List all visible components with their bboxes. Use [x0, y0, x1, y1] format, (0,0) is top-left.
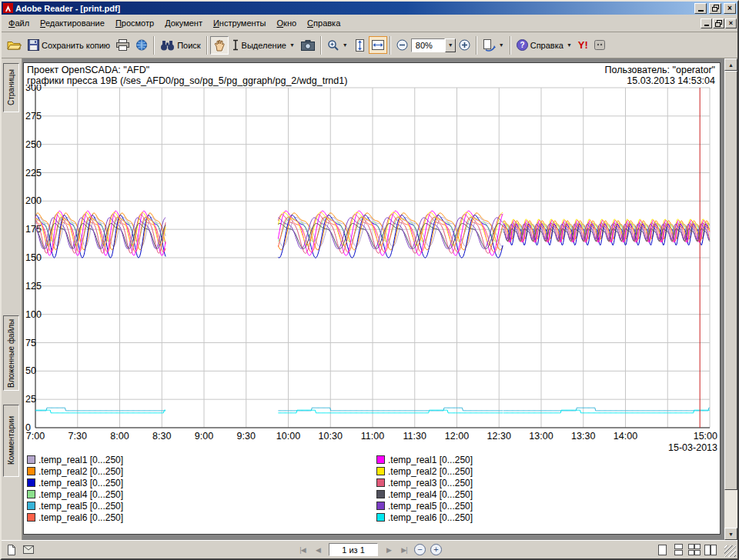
- legend-swatch: [27, 478, 35, 487]
- yahoo-button[interactable]: Y!: [575, 36, 591, 54]
- help-button[interactable]: ? Справка ▼: [513, 36, 575, 54]
- continuous-facing-icon: [688, 544, 701, 555]
- scrollbar-track[interactable]: [724, 71, 737, 528]
- svg-text:8:00: 8:00: [110, 431, 129, 442]
- legend-swatch: [27, 467, 35, 475]
- legend-swatch: [376, 455, 385, 464]
- svg-text:150: 150: [25, 252, 42, 263]
- legend-item: .temp_real3 [0...250]: [27, 477, 123, 488]
- last-page-button[interactable]: ▶|: [396, 543, 412, 556]
- svg-text:12:00: 12:00: [445, 431, 469, 442]
- trend-chart: 02550751001251501752002252502753007:007:…: [24, 85, 720, 452]
- legend-item: .temp_real4 [0...250]: [376, 488, 473, 500]
- zoom-level-dropdown-button[interactable]: ▼: [445, 38, 456, 52]
- continuous-facing-layout-button[interactable]: [687, 543, 701, 557]
- next-view-button[interactable]: +: [430, 544, 442, 555]
- menu-edit[interactable]: Редактирование: [35, 15, 110, 31]
- layout-mode-button[interactable]: ▼: [480, 36, 507, 55]
- navigation-tab-strip: Страницы Вложенные файлы Комментарии: [2, 58, 22, 540]
- snapshot-button[interactable]: [298, 37, 318, 54]
- resize-grip[interactable]: [724, 545, 736, 557]
- doc-minimize-button[interactable]: [701, 18, 712, 28]
- zoom-level-input[interactable]: 80%: [411, 38, 445, 52]
- next-page-button[interactable]: ▶: [381, 543, 396, 556]
- app-window: Adobe Reader - [print.pdf] × Файл Редакт…: [0, 0, 739, 560]
- facing-layout-button[interactable]: [704, 543, 717, 557]
- svg-text:9:30: 9:30: [237, 431, 256, 442]
- email-button[interactable]: [132, 36, 151, 54]
- menu-file[interactable]: Файл: [3, 15, 35, 31]
- previous-view-button[interactable]: −: [414, 544, 426, 555]
- menu-document[interactable]: Документ: [159, 15, 208, 31]
- legend-item: .temp_real2 [0...250]: [27, 465, 123, 477]
- menu-view[interactable]: Просмотр: [110, 15, 159, 31]
- search-button[interactable]: Поиск: [157, 37, 203, 54]
- menu-window[interactable]: Окно: [272, 15, 303, 31]
- window-title: Adobe Reader - [print.pdf]: [15, 4, 692, 13]
- select-tool-label: Выделение: [242, 41, 286, 50]
- continuous-layout-button[interactable]: [671, 543, 685, 557]
- legend-label: .temp_real2 [0...250]: [388, 466, 473, 477]
- title-bar: Adobe Reader - [print.pdf] ×: [2, 2, 737, 15]
- first-page-button[interactable]: |◀: [295, 543, 310, 556]
- pdf-page[interactable]: Проект OpenSCADA: "AFD" Пользователь: "o…: [23, 62, 721, 535]
- fit-width-button[interactable]: [369, 36, 387, 54]
- legend-swatch: [376, 502, 385, 510]
- scroll-down-button[interactable]: ▼: [724, 528, 737, 540]
- sidebar-tab-attachments[interactable]: Вложенные файлы: [3, 315, 19, 391]
- legend-label: .temp_real2 [0...250]: [38, 466, 123, 477]
- messenger-button[interactable]: [591, 37, 608, 53]
- chevron-down-icon: ▼: [448, 42, 453, 48]
- previous-page-button[interactable]: ◀: [310, 543, 326, 556]
- legend-swatch: [27, 455, 35, 464]
- select-tool-button[interactable]: Выделение ▼: [229, 36, 298, 54]
- zoom-out-button[interactable]: [393, 36, 411, 54]
- single-page-layout-button[interactable]: [655, 543, 669, 557]
- minimize-button[interactable]: [694, 3, 707, 14]
- save-copy-button[interactable]: Сохранить копию: [25, 36, 113, 54]
- page-icon: [7, 545, 16, 555]
- doc-restore-button[interactable]: [713, 18, 724, 28]
- facing-icon: [704, 545, 717, 555]
- attachments-status-button[interactable]: [22, 543, 35, 557]
- svg-text:12:30: 12:30: [487, 431, 511, 442]
- legend-item: .temp_real3 [0...250]: [376, 477, 473, 488]
- zoom-tool-button[interactable]: ▼: [324, 36, 351, 55]
- legend-swatch: [376, 467, 385, 475]
- svg-text:275: 275: [25, 111, 42, 122]
- envelope-icon: [23, 545, 34, 554]
- plus-circle-icon: [459, 39, 470, 51]
- legend-label: .temp_real4 [0...250]: [38, 489, 123, 500]
- toolbar-separator: [153, 36, 155, 55]
- vertical-scrollbar[interactable]: ▲ ▼: [724, 58, 737, 540]
- document-status-button[interactable]: [5, 543, 18, 557]
- legend-swatch: [27, 490, 35, 498]
- sidebar-tab-comments[interactable]: Комментарии: [3, 405, 19, 477]
- restore-button[interactable]: [709, 3, 721, 14]
- svg-text:13:30: 13:30: [571, 431, 595, 442]
- page-header-row-1: Проект OpenSCADA: "AFD" Пользователь: "o…: [27, 65, 715, 75]
- hand-tool-button[interactable]: [210, 36, 229, 55]
- legend-label: .temp_real5 [0...250]: [388, 501, 473, 512]
- menu-tools[interactable]: Инструменты: [208, 15, 272, 31]
- menu-help[interactable]: Справка: [302, 15, 346, 31]
- zoom-in-button[interactable]: [456, 36, 473, 54]
- svg-text:125: 125: [25, 281, 42, 292]
- legend-swatch: [376, 490, 385, 498]
- sidebar-tab-pages[interactable]: Страницы: [3, 63, 19, 112]
- print-button[interactable]: [113, 36, 132, 54]
- toolbar: Сохранить копию Поиск Выделение ▼ ▼ 80% …: [2, 32, 737, 58]
- page-indicator[interactable]: 1 из 1: [329, 543, 378, 556]
- fit-page-button[interactable]: [351, 36, 369, 55]
- email-globe-icon: [135, 39, 148, 51]
- fit-height-icon: [354, 39, 366, 52]
- doc-close-button[interactable]: ×: [725, 18, 737, 28]
- fit-width-icon: [372, 39, 384, 51]
- page-arrow-icon: [483, 39, 496, 52]
- open-button[interactable]: [4, 36, 25, 54]
- minus-circle-icon: [396, 39, 408, 51]
- scrollbar-thumb[interactable]: [724, 71, 737, 490]
- scroll-up-button[interactable]: ▲: [724, 58, 737, 71]
- close-button[interactable]: ×: [724, 3, 736, 14]
- yahoo-icon: Y!: [578, 39, 588, 51]
